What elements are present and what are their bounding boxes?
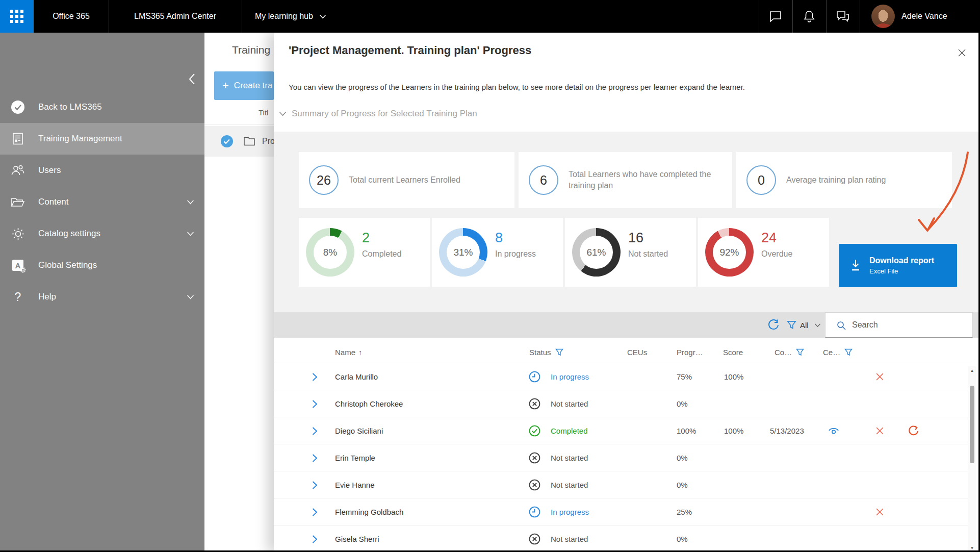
divider bbox=[860, 0, 860, 33]
donut-percent-label: 8% bbox=[314, 236, 347, 269]
refresh-button[interactable] bbox=[767, 312, 780, 338]
column-header-status[interactable]: Status bbox=[529, 342, 563, 363]
table-row[interactable]: Carla MurilloIn progress75%100% bbox=[274, 363, 971, 390]
status-label: Not started bbox=[551, 471, 588, 498]
grid-toolbar: All bbox=[274, 312, 980, 338]
learner-name: Carla Murillo bbox=[335, 363, 378, 390]
scrollbar-thumb[interactable] bbox=[970, 386, 974, 463]
expand-chevron-icon[interactable] bbox=[312, 390, 318, 417]
sidebar-item-content[interactable]: Content bbox=[0, 186, 204, 218]
donut-percent-label: 92% bbox=[713, 236, 746, 269]
column-header-progress[interactable]: Progr… bbox=[677, 342, 703, 363]
chat-button[interactable] bbox=[759, 0, 792, 33]
expand-chevron-icon[interactable] bbox=[312, 417, 318, 444]
sidebar-item-label: Training Management bbox=[38, 134, 122, 144]
filter-dropdown[interactable] bbox=[787, 312, 796, 338]
scroll-down-icon[interactable]: ▼ bbox=[968, 544, 976, 552]
close-button[interactable] bbox=[955, 46, 968, 59]
chevron-down-icon[interactable] bbox=[814, 312, 821, 338]
delete-icon[interactable] bbox=[875, 363, 884, 390]
scroll-up-icon[interactable]: ▲ bbox=[968, 366, 976, 374]
delete-icon[interactable] bbox=[875, 498, 884, 525]
gear-icon bbox=[10, 226, 25, 241]
filter-icon[interactable] bbox=[555, 348, 563, 356]
vertical-scrollbar[interactable]: ▲ ▼ bbox=[968, 366, 976, 552]
document-icon bbox=[10, 131, 25, 146]
selected-check-icon bbox=[220, 135, 234, 148]
filter-value[interactable]: All bbox=[800, 312, 809, 338]
feedback-button[interactable] bbox=[826, 0, 860, 33]
donut-card-not-started: 61%16Not started bbox=[565, 218, 696, 287]
filter-icon[interactable] bbox=[844, 348, 853, 356]
table-row[interactable]: Gisela SherriNot started0% bbox=[274, 525, 971, 552]
expand-chevron-icon[interactable] bbox=[312, 444, 318, 471]
chevron-down-icon bbox=[279, 111, 287, 116]
table-row[interactable]: Diego SicilianiCompleted100%100%5/13/202… bbox=[274, 417, 971, 444]
title-column-header: Titl bbox=[259, 108, 268, 117]
column-header-name[interactable]: Name↑ bbox=[335, 342, 362, 363]
donut-value: 2 bbox=[362, 230, 370, 246]
expand-chevron-icon[interactable] bbox=[312, 471, 318, 498]
status-not-started-icon bbox=[528, 471, 541, 498]
progress-value: 0% bbox=[677, 471, 688, 498]
app-launcher-button[interactable] bbox=[0, 0, 34, 33]
expand-chevron-icon[interactable] bbox=[312, 498, 318, 525]
global-settings-icon: A bbox=[10, 258, 25, 273]
create-training-button[interactable]: + Create tra bbox=[214, 71, 274, 100]
table-row[interactable]: Erin TempleNot started0% bbox=[274, 444, 971, 471]
summary-section-toggle[interactable]: Summary of Progress for Selected Trainin… bbox=[279, 107, 477, 120]
learning-hub-label: My learning hub bbox=[255, 12, 313, 21]
avatar[interactable] bbox=[871, 5, 895, 28]
filter-icon[interactable] bbox=[796, 348, 804, 356]
training-plan-row[interactable]: Pro bbox=[204, 126, 274, 157]
sidebar-item-catalog-settings[interactable]: Catalog settings bbox=[0, 218, 204, 249]
divider bbox=[204, 124, 274, 124]
expand-chevron-icon[interactable] bbox=[312, 525, 318, 552]
office365-link[interactable]: Office 365 bbox=[34, 0, 109, 33]
column-header-ceus[interactable]: CEUs bbox=[627, 342, 647, 363]
table-row[interactable]: Evie HanneNot started0% bbox=[274, 471, 971, 498]
sidebar-collapse-button[interactable] bbox=[186, 71, 199, 87]
folder-icon bbox=[10, 194, 25, 210]
progress-value: 0% bbox=[677, 444, 688, 471]
notifications-button[interactable] bbox=[792, 0, 826, 33]
admin-center-link[interactable]: LMS365 Admin Center bbox=[109, 0, 242, 33]
learning-hub-menu[interactable]: My learning hub bbox=[242, 0, 344, 33]
chevron-down-icon bbox=[187, 294, 194, 299]
sidebar-item-back-to-lms365[interactable]: Back to LMS365 bbox=[0, 91, 204, 123]
dialog-description: You can view the progress of the Learner… bbox=[289, 83, 745, 91]
delete-icon[interactable] bbox=[875, 417, 884, 444]
column-header-completed[interactable]: Co… bbox=[775, 342, 804, 363]
stat-label: Total Learners who have completed the tr… bbox=[569, 152, 716, 208]
training-plan-name: Pro bbox=[262, 126, 274, 157]
stat-label: Total current Learners Enrolled bbox=[349, 152, 466, 208]
expand-chevron-icon[interactable] bbox=[312, 363, 318, 390]
learner-name: Diego Siciliani bbox=[335, 417, 383, 444]
sidebar-item-label: Help bbox=[38, 292, 56, 302]
table-row[interactable]: Christoph CherokeeNot started0% bbox=[274, 390, 971, 417]
stat-value-circle: 0 bbox=[746, 165, 776, 195]
stat-value: 6 bbox=[540, 173, 547, 188]
progress-value: 25% bbox=[677, 498, 692, 525]
table-row[interactable]: Flemming GoldbachIn progress25% bbox=[274, 498, 971, 525]
search-input[interactable] bbox=[851, 313, 966, 337]
column-header-score[interactable]: Score bbox=[723, 342, 743, 363]
user-name[interactable]: Adele Vance bbox=[901, 0, 947, 33]
stat-card: 6Total Learners who have completed the t… bbox=[519, 152, 732, 208]
learner-name: Christoph Cherokee bbox=[335, 390, 403, 417]
help-icon: ? bbox=[10, 289, 25, 305]
sidebar-item-users[interactable]: Users bbox=[0, 155, 204, 186]
sidebar-item-help[interactable]: ? Help bbox=[0, 281, 204, 313]
view-certificate-icon[interactable] bbox=[827, 417, 840, 444]
column-header-certificate[interactable]: Ce… bbox=[823, 342, 853, 363]
sidebar-item-global-settings[interactable]: A Global Settings bbox=[0, 249, 204, 281]
app-launcher-icon bbox=[10, 10, 23, 23]
sidebar-item-training-management[interactable]: Training Management bbox=[0, 123, 204, 155]
status-in-progress-icon bbox=[528, 498, 541, 525]
table-header: Name↑ Status CEUs Progr… Score Co… Ce… bbox=[274, 342, 980, 363]
restart-icon[interactable] bbox=[908, 417, 919, 444]
refresh-icon bbox=[767, 319, 780, 331]
download-report-button[interactable]: Download report Excel File bbox=[839, 244, 957, 287]
donut-card-completed: 8%2Completed bbox=[299, 218, 430, 287]
donut-card-in-progress: 31%8In progress bbox=[432, 218, 563, 287]
